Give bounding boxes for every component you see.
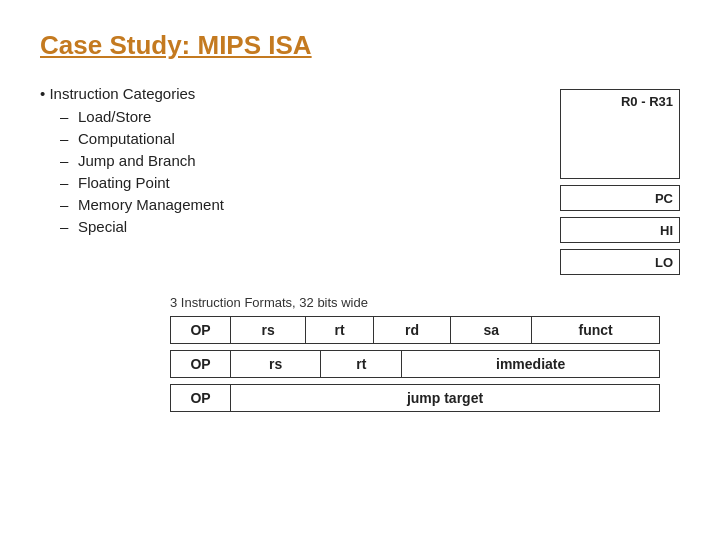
r-type-row: OP rs rt rd sa funct [171, 317, 660, 344]
hi-register-label: HI [660, 223, 673, 238]
list-item: Special [60, 218, 520, 235]
rs-cell: rs [231, 317, 306, 344]
main-register-label: R0 - R31 [621, 94, 673, 109]
rd-cell: rd [373, 317, 450, 344]
op-cell: OP [171, 351, 231, 378]
funct-cell: funct [532, 317, 660, 344]
r-type-format-table: OP rs rt rd sa funct [170, 316, 660, 344]
instruction-list: Load/Store Computational Jump and Branch… [60, 108, 520, 235]
page: Case Study: MIPS ISA • Instruction Categ… [0, 0, 720, 448]
categories-label: • Instruction Categories [40, 85, 520, 102]
main-register-box: R0 - R31 [560, 89, 680, 179]
lo-register-box: LO [560, 249, 680, 275]
list-item: Jump and Branch [60, 152, 520, 169]
list-item: Memory Management [60, 196, 520, 213]
bullet-dot: • [40, 85, 49, 102]
formats-section: 3 Instruction Formats, 32 bits wide OP r… [170, 295, 680, 412]
sa-cell: sa [451, 317, 532, 344]
i-type-row: OP rs rt immediate [171, 351, 660, 378]
lo-register-label: LO [655, 255, 673, 270]
op-cell: OP [171, 385, 231, 412]
registers-column: R0 - R31 PC HI LO [560, 89, 680, 275]
list-item: Load/Store [60, 108, 520, 125]
i-type-format-table: OP rs rt immediate [170, 350, 660, 378]
rt-cell: rt [321, 351, 402, 378]
left-column: • Instruction Categories Load/Store Comp… [40, 85, 520, 240]
j-type-format-table: OP jump target [170, 384, 660, 412]
jump-target-cell: jump target [231, 385, 660, 412]
page-title: Case Study: MIPS ISA [40, 30, 680, 61]
rs-cell: rs [231, 351, 321, 378]
pc-register-box: PC [560, 185, 680, 211]
rt-cell: rt [306, 317, 374, 344]
list-item: Floating Point [60, 174, 520, 191]
pc-register-label: PC [655, 191, 673, 206]
list-item: Computational [60, 130, 520, 147]
immediate-cell: immediate [402, 351, 660, 378]
j-type-row: OP jump target [171, 385, 660, 412]
categories-text: Instruction Categories [49, 85, 195, 102]
hi-register-box: HI [560, 217, 680, 243]
formats-label: 3 Instruction Formats, 32 bits wide [170, 295, 680, 310]
op-cell: OP [171, 317, 231, 344]
content-row: • Instruction Categories Load/Store Comp… [40, 85, 680, 275]
